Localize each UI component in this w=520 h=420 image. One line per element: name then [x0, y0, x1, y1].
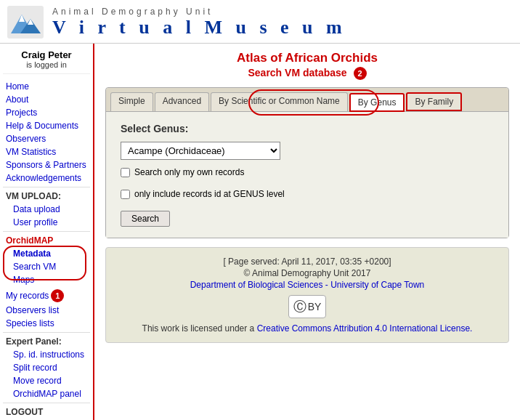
sidebar-item-move-record[interactable]: Move record [3, 374, 90, 387]
header-title: Animal Demography Unit V i r t u a l M u… [52, 7, 346, 39]
tab-sci-common[interactable]: By Scientific or Common Name [211, 92, 348, 111]
genus-select-row: Acampe (Orchidaceae) Aerangis (Orchidace… [121, 142, 494, 160]
sidebar-item-sponsors[interactable]: Sponsors & Partners [3, 158, 90, 171]
checkbox-genus-level[interactable] [121, 190, 130, 199]
footer-cc-link[interactable]: Creative Commons Attribution 4.0 Interna… [257, 323, 473, 334]
tab-simple[interactable]: Simple [110, 92, 153, 111]
sidebar-item-species-lists[interactable]: Species lists [3, 317, 90, 330]
sidebar: Craig Peter is logged in Home About Proj… [0, 44, 94, 420]
footer-line-3: Department of Biological Sciences - Univ… [113, 280, 501, 290]
footer: [ Page served: April 11, 2017, 03:35 +02… [105, 247, 509, 343]
genus-select[interactable]: Acampe (Orchidaceae) Aerangis (Orchidace… [121, 142, 280, 160]
sidebar-item-orchidmap[interactable]: OrchidMAP [3, 234, 90, 247]
metadata-highlight-wrapper: Metadata Search VM Maps [3, 247, 90, 286]
select-genus-label: Select Genus: [121, 123, 494, 134]
sidebar-item-split-record[interactable]: Split record [3, 361, 90, 374]
tab-by-genus[interactable]: By Genus [349, 93, 405, 112]
vm-upload-label: VM UPLOAD: [3, 190, 90, 203]
spacer [121, 183, 494, 189]
sidebar-item-orchidmap-panel[interactable]: OrchidMAP panel [3, 387, 90, 400]
sidebar-item-about[interactable]: About [3, 93, 90, 106]
user-name: Craig Peter [3, 49, 90, 60]
sidebar-item-help[interactable]: Help & Documents [3, 119, 90, 132]
cc-badge: Ⓒ BY [288, 295, 327, 318]
tab-by-family[interactable]: By Family [406, 92, 462, 111]
footer-cc-text: This work is licensed under a Creative C… [113, 323, 501, 334]
cc-icon-cc: Ⓒ [293, 298, 306, 315]
sidebar-item-home[interactable]: Home [3, 80, 90, 93]
tab-container: Simple Advanced By Scientific or Common … [105, 87, 509, 238]
sidebar-item-maps[interactable]: Maps [3, 273, 90, 286]
tabs-bar: Simple Advanced By Scientific or Common … [106, 88, 508, 112]
main-layout: Craig Peter is logged in Home About Proj… [0, 44, 520, 420]
annotation-2-badge: 2 [354, 67, 367, 80]
checkbox-my-records-row: Search only my own records [121, 167, 494, 177]
sidebar-divider-2 [3, 231, 90, 232]
checkbox-my-records[interactable] [121, 168, 130, 177]
sidebar-divider-3 [3, 332, 90, 333]
header-org-text: Animal Demography Unit [52, 7, 346, 17]
checkbox-my-records-label: Search only my own records [134, 167, 244, 177]
checkbox-genus-level-label: only include records id at GENUS level [134, 189, 285, 199]
sidebar-divider-4 [3, 403, 90, 403]
sidebar-item-my-records[interactable]: My records1 [3, 288, 90, 304]
sidebar-item-projects[interactable]: Projects [3, 106, 90, 119]
footer-line-2: © Animal Demography Unit 2017 [113, 268, 501, 278]
sidebar-item-user-profile[interactable]: User profile [3, 216, 90, 229]
footer-dept-link[interactable]: Department of Biological Sciences - Univ… [190, 280, 425, 290]
cc-badge-container: Ⓒ BY [113, 291, 501, 322]
sidebar-item-data-upload[interactable]: Data upload [3, 203, 90, 216]
user-status: is logged in [3, 60, 90, 69]
sidebar-item-vm-statistics[interactable]: VM Statistics [3, 145, 90, 158]
annotation-1-badge: 1 [51, 289, 64, 302]
main-content: Atlas of African Orchids Search VM datab… [94, 44, 520, 420]
user-section: Craig Peter is logged in [3, 49, 90, 74]
header-main-title: V i r t u a l M u s e u m [52, 17, 346, 39]
sidebar-item-logout[interactable]: LOGOUT [3, 405, 90, 419]
search-button[interactable]: Search [121, 211, 170, 227]
page-title: Atlas of African Orchids [105, 51, 509, 65]
sidebar-item-metadata[interactable]: Metadata [3, 247, 90, 260]
sidebar-item-observers[interactable]: Observers [3, 132, 90, 145]
tab-advanced[interactable]: Advanced [155, 92, 209, 111]
tabs-highlight-wrapper: Simple Advanced By Scientific or Common … [106, 88, 508, 112]
sidebar-divider-1 [3, 187, 90, 187]
checkbox-genus-level-row: only include records id at GENUS level [121, 189, 494, 199]
sidebar-item-sp-id[interactable]: Sp. id. instructions [3, 348, 90, 361]
header-logo [7, 6, 44, 39]
footer-line-1: [ Page served: April 11, 2017, 03:35 +02… [113, 257, 501, 267]
tab-content: Select Genus: Acampe (Orchidaceae) Aeran… [106, 112, 508, 238]
expert-panel-label: Expert Panel: [3, 335, 90, 348]
page-subtitle: Search VM database 2 [105, 67, 509, 80]
cc-icon-by: BY [308, 301, 322, 312]
sidebar-item-observers-list[interactable]: Observers list [3, 304, 90, 317]
sidebar-item-search-vm[interactable]: Search VM [3, 260, 90, 273]
page-header: Animal Demography Unit V i r t u a l M u… [0, 0, 520, 44]
sidebar-item-acknowledgements[interactable]: Acknowledgements [3, 171, 90, 185]
